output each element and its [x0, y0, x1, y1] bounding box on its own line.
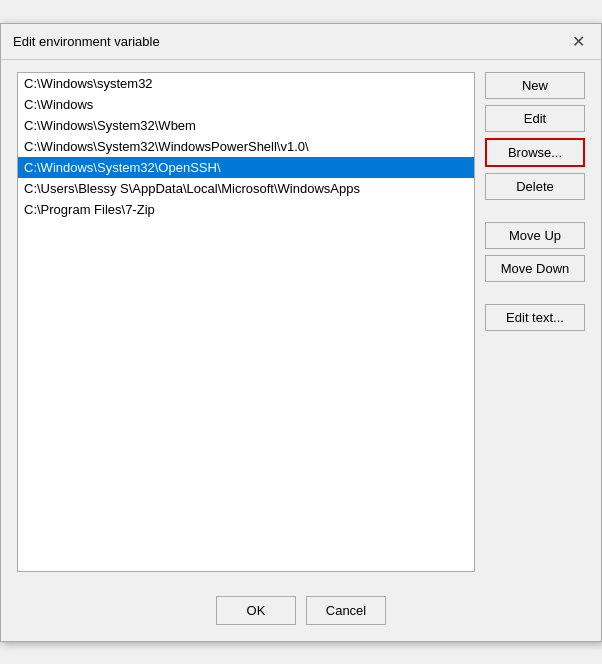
buttons-panel: New Edit Browse... Delete Move Up Move D… [485, 72, 585, 572]
ok-button[interactable]: OK [216, 596, 296, 625]
cancel-button[interactable]: Cancel [306, 596, 386, 625]
delete-button[interactable]: Delete [485, 173, 585, 200]
title-bar: Edit environment variable ✕ [1, 24, 601, 60]
list-item[interactable]: C:\Windows\System32\WindowsPowerShell\v1… [18, 136, 474, 157]
new-button[interactable]: New [485, 72, 585, 99]
edit-button[interactable]: Edit [485, 105, 585, 132]
browse-button[interactable]: Browse... [485, 138, 585, 167]
list-item[interactable]: C:\Windows\system32 [18, 73, 474, 94]
env-list-panel[interactable]: C:\Windows\system32C:\WindowsC:\Windows\… [17, 72, 475, 572]
dialog-footer: OK Cancel [1, 588, 601, 641]
list-item[interactable]: C:\Program Files\7-Zip [18, 199, 474, 220]
move-up-button[interactable]: Move Up [485, 222, 585, 249]
dialog-title: Edit environment variable [13, 34, 160, 49]
list-item[interactable]: C:\Users\Blessy S\AppData\Local\Microsof… [18, 178, 474, 199]
list-item[interactable]: C:\Windows\System32\OpenSSH\ [18, 157, 474, 178]
button-separator-2 [485, 288, 585, 298]
edit-env-dialog: Edit environment variable ✕ C:\Windows\s… [0, 23, 602, 642]
list-item[interactable]: C:\Windows\System32\Wbem [18, 115, 474, 136]
button-separator-1 [485, 206, 585, 216]
move-down-button[interactable]: Move Down [485, 255, 585, 282]
list-item[interactable]: C:\Windows [18, 94, 474, 115]
dialog-body: C:\Windows\system32C:\WindowsC:\Windows\… [1, 60, 601, 588]
close-button[interactable]: ✕ [567, 30, 589, 52]
edit-text-button[interactable]: Edit text... [485, 304, 585, 331]
